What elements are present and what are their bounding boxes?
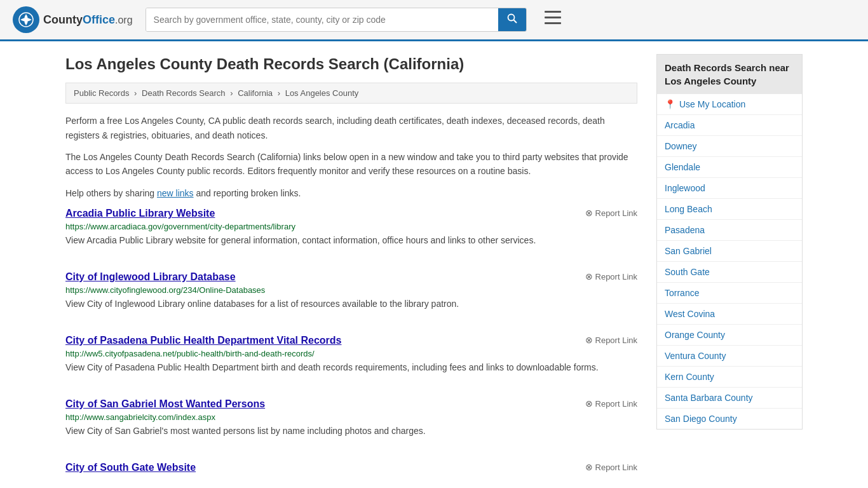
result-url-0[interactable]: https://www.arcadiaca.gov/government/cit… — [65, 222, 637, 231]
svg-line-2 — [513, 20, 517, 24]
sidebar-link-2[interactable]: Glendale — [665, 162, 700, 172]
use-my-location-link[interactable]: Use My Location — [679, 99, 745, 109]
svg-rect-4 — [545, 17, 561, 18]
sidebar-item-glendale[interactable]: Glendale — [657, 157, 802, 178]
result-description-1: View City of Inglewood Library online da… — [65, 297, 637, 311]
sidebar-item-orange-county[interactable]: Orange County — [657, 325, 802, 346]
sidebar-link-11[interactable]: Ventura County — [665, 351, 726, 361]
result-title-4[interactable]: City of South Gate Website — [65, 462, 196, 473]
sidebar-link-0[interactable]: Arcadia — [665, 120, 695, 130]
sidebar: Death Records Search near Los Angeles Co… — [656, 54, 803, 488]
result-description-2: View City of Pasadena Public Health Depa… — [65, 361, 637, 374]
sidebar-item-long-beach[interactable]: Long Beach — [657, 199, 802, 220]
page-title: Los Angeles County Death Records Search … — [65, 54, 637, 74]
sidebar-item-pasadena[interactable]: Pasadena — [657, 220, 802, 241]
search-button[interactable] — [498, 8, 526, 31]
sidebar-item-ventura-county[interactable]: Ventura County — [657, 346, 802, 367]
sidebar-link-10[interactable]: Orange County — [665, 330, 725, 340]
sidebar-link-12[interactable]: Kern County — [665, 372, 714, 382]
location-pin-icon: 📍 — [665, 99, 675, 109]
description-para1: Perform a free Los Angeles County, CA pu… — [65, 114, 637, 142]
sidebar-item-santa-barbara-county[interactable]: Santa Barbara County — [657, 388, 802, 409]
hamburger-menu[interactable] — [545, 11, 561, 29]
use-my-location-item[interactable]: 📍 Use My Location — [657, 94, 802, 115]
search-bar — [146, 8, 527, 32]
logo-icon — [13, 6, 39, 33]
sidebar-item-san-diego-county[interactable]: San Diego County — [657, 409, 802, 429]
result-url-2[interactable]: http://ww5.cityofpasadena.net/public-hea… — [65, 349, 637, 358]
sidebar-item-torrance[interactable]: Torrance — [657, 283, 802, 304]
svg-rect-3 — [545, 11, 561, 13]
result-url-3[interactable]: http://www.sangabrielcity.com/index.aspx — [65, 412, 637, 422]
sidebar-link-13[interactable]: Santa Barbara County — [665, 393, 753, 403]
new-links-link[interactable]: new links — [157, 188, 194, 198]
breadcrumb: Public Records › Death Records Search › … — [65, 83, 637, 104]
report-icon-1: ⊗ — [585, 271, 593, 281]
svg-rect-5 — [545, 22, 561, 24]
sidebar-link-6[interactable]: San Gabriel — [665, 246, 712, 256]
description-para2: The Los Angeles County Death Records Sea… — [65, 150, 637, 179]
result-entry: City of South Gate Website ⊗ Report Link — [65, 462, 637, 482]
sidebar-item-kern-county[interactable]: Kern County — [657, 367, 802, 388]
sidebar-item-arcadia[interactable]: Arcadia — [657, 115, 802, 136]
description-para3: Help others by sharing new links and rep… — [65, 186, 637, 200]
sidebar-link-5[interactable]: Pasadena — [665, 225, 705, 235]
svg-point-1 — [508, 15, 514, 21]
sidebar-title: Death Records Search near Los Angeles Co… — [657, 55, 802, 94]
breadcrumb-public-records[interactable]: Public Records — [74, 88, 129, 98]
result-entry: Arcadia Public Library Website ⊗ Report … — [65, 208, 637, 254]
sidebar-link-14[interactable]: San Diego County — [665, 414, 737, 424]
result-entry: City of Inglewood Library Database ⊗ Rep… — [65, 271, 637, 317]
report-icon-2: ⊗ — [585, 335, 593, 345]
sidebar-link-4[interactable]: Long Beach — [665, 204, 712, 214]
result-entry: City of Pasadena Public Health Departmen… — [65, 335, 637, 381]
report-icon-3: ⊗ — [585, 398, 593, 409]
sidebar-link-3[interactable]: Inglewood — [665, 183, 705, 193]
sidebar-item-downey[interactable]: Downey — [657, 136, 802, 157]
search-input[interactable] — [146, 8, 498, 31]
logo[interactable]: CountyOffice.org — [13, 6, 133, 33]
sidebar-item-inglewood[interactable]: Inglewood — [657, 178, 802, 199]
report-link-2[interactable]: ⊗ Report Link — [585, 335, 637, 345]
breadcrumb-death-records-search[interactable]: Death Records Search — [142, 88, 226, 98]
sidebar-item-south-gate[interactable]: South Gate — [657, 262, 802, 283]
sidebar-link-1[interactable]: Downey — [665, 141, 697, 151]
report-link-1[interactable]: ⊗ Report Link — [585, 271, 637, 281]
result-title-0[interactable]: Arcadia Public Library Website — [65, 208, 215, 219]
sidebar-link-7[interactable]: South Gate — [665, 267, 710, 277]
result-description-3: View City of San Gabriel's most wanted p… — [65, 424, 637, 438]
breadcrumb-california[interactable]: California — [238, 88, 273, 98]
report-link-3[interactable]: ⊗ Report Link — [585, 398, 637, 409]
sidebar-link-9[interactable]: West Covina — [665, 309, 715, 319]
report-link-0[interactable]: ⊗ Report Link — [585, 208, 637, 218]
result-description-0: View Arcadia Public Library website for … — [65, 234, 637, 247]
logo-text: CountyOffice.org — [43, 13, 133, 27]
report-icon-4: ⊗ — [585, 462, 593, 472]
sidebar-item-san-gabriel[interactable]: San Gabriel — [657, 241, 802, 262]
breadcrumb-la-county[interactable]: Los Angeles County — [285, 88, 359, 98]
result-url-1[interactable]: https://www.cityofinglewood.org/234/Onli… — [65, 285, 637, 295]
sidebar-link-8[interactable]: Torrance — [665, 288, 699, 298]
result-title-1[interactable]: City of Inglewood Library Database — [65, 271, 236, 283]
result-title-2[interactable]: City of Pasadena Public Health Departmen… — [65, 335, 342, 346]
result-entry: City of San Gabriel Most Wanted Persons … — [65, 398, 637, 444]
results-list: Arcadia Public Library Website ⊗ Report … — [65, 208, 637, 482]
report-link-4[interactable]: ⊗ Report Link — [585, 462, 637, 472]
sidebar-item-west-covina[interactable]: West Covina — [657, 304, 802, 325]
report-icon-0: ⊗ — [585, 208, 593, 218]
result-title-3[interactable]: City of San Gabriel Most Wanted Persons — [65, 398, 265, 410]
